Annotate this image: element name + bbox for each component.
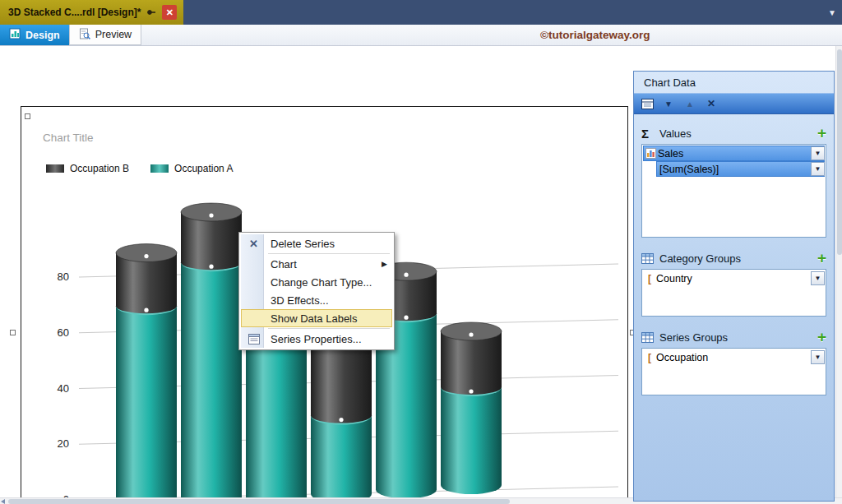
menu-item-label: Show Data Labels (271, 312, 358, 325)
series-properties-icon (243, 330, 265, 348)
svg-text:80: 80 (58, 270, 69, 283)
values-section-header: Σ Values + (641, 124, 826, 142)
tab-preview[interactable]: Preview (69, 25, 141, 45)
legend-swatch-occupation-b (46, 164, 64, 173)
category-groups-label: Category Groups (659, 252, 741, 265)
watermark-text: ©tutorialgateway.org (540, 29, 650, 41)
values-section-label: Values (659, 127, 692, 140)
group-bracket-icon: [ (643, 352, 656, 363)
field-list-icon[interactable] (638, 95, 656, 112)
design-mode-icon (9, 28, 21, 42)
context-menu: ✕ Delete Series Chart ▶ Change Chart Typ… (238, 232, 395, 350)
delete-series-icon: ✕ (243, 234, 265, 252)
cylinder-country-b[interactable] (181, 203, 242, 504)
preview-tab-label: Preview (95, 29, 132, 40)
field-label: Sales (658, 148, 683, 160)
menu-item-show-data-labels[interactable]: Show Data Labels (241, 309, 392, 327)
field-dropdown-icon[interactable]: ▼ (811, 146, 825, 160)
chart-data-body: Σ Values + Sales ▼ [Sum(Sales)] ▼ Catego (634, 114, 834, 501)
horizontal-scrollbar-thumb[interactable] (8, 499, 510, 504)
scroll-left-icon[interactable] (1, 499, 5, 504)
chart-data-panel-title: Chart Data (634, 72, 834, 93)
field-label: Occupation (656, 352, 708, 363)
menu-item-series-properties[interactable]: Series Properties... (241, 330, 392, 348)
field-row-sales[interactable]: Sales ▼ (643, 146, 825, 161)
menu-separator (268, 253, 390, 254)
chart-data-panel: Chart Data ▼ ▲ ✕ Σ Values + Sales ▼ [Sum… (633, 71, 835, 502)
move-down-icon[interactable]: ▼ (659, 95, 678, 112)
svg-text:40: 40 (58, 382, 69, 395)
legend-item-occupation-a: Occupation A (150, 163, 233, 174)
chart-title[interactable]: Chart Title (43, 132, 94, 144)
series-chart-icon (643, 148, 658, 159)
field-row-occupation[interactable]: [ Occupation ▼ (643, 349, 825, 365)
legend-swatch-occupation-a (150, 164, 169, 173)
field-label: [Sum(Sales)] (659, 164, 719, 175)
selection-handle[interactable] (25, 113, 30, 119)
category-groups-list: [ Country ▼ (641, 269, 826, 317)
add-category-group-button[interactable]: + (817, 252, 826, 264)
svg-text:60: 60 (58, 326, 69, 339)
move-up-icon[interactable]: ▲ (681, 95, 699, 112)
legend-item-occupation-b: Occupation B (46, 163, 129, 174)
series-groups-label: Series Groups (659, 331, 728, 344)
window-tab-bar: 3D Stacked C....rdl [Design]* ✕ ▼ (0, 0, 842, 25)
vertical-scrollbar[interactable] (835, 46, 842, 497)
menu-item-label: Delete Series (271, 238, 335, 250)
tab-list-chevron-icon[interactable]: ▼ (828, 8, 836, 17)
sigma-icon: Σ (641, 127, 659, 141)
field-row-sum-sales[interactable]: [Sum(Sales)] ▼ (656, 161, 825, 177)
group-bracket-icon: [ (643, 273, 656, 284)
remove-field-icon[interactable]: ✕ (702, 95, 720, 112)
field-row-country[interactable]: [ Country ▼ (643, 270, 825, 286)
document-tab[interactable]: 3D Stacked C....rdl [Design]* ✕ (0, 0, 183, 25)
menu-item-label: Chart (271, 258, 297, 270)
values-field-list: Sales ▼ [Sum(Sales)] ▼ (641, 144, 826, 238)
menu-item-label: Series Properties... (271, 333, 362, 345)
legend-label-occupation-b: Occupation B (70, 163, 129, 174)
chart-data-toolbar: ▼ ▲ ✕ (634, 93, 834, 114)
menu-item-3d-effects[interactable]: 3D Effects... (241, 291, 392, 309)
cylinder-country-a[interactable] (116, 244, 177, 504)
selection-handle[interactable] (10, 330, 16, 335)
design-tab-label: Design (25, 30, 60, 41)
series-groups-header: Series Groups + (641, 328, 826, 346)
submenu-arrow-icon: ▶ (382, 260, 387, 268)
field-label: Country (656, 273, 692, 284)
field-dropdown-icon[interactable]: ▼ (811, 350, 825, 364)
cylinder-country-f[interactable] (441, 322, 502, 494)
series-groups-list: [ Occupation ▼ (641, 348, 826, 395)
category-table-icon (641, 253, 659, 264)
vertical-scrollbar-thumb[interactable] (837, 49, 842, 255)
category-groups-header: Category Groups + (641, 249, 826, 267)
menu-item-change-chart-type[interactable]: Change Chart Type... (241, 273, 392, 291)
menu-separator (268, 328, 390, 329)
field-dropdown-icon[interactable]: ▼ (811, 162, 825, 176)
add-series-group-button[interactable]: + (817, 331, 826, 343)
menu-item-label: 3D Effects... (271, 294, 329, 307)
svg-text:20: 20 (58, 437, 69, 450)
menu-item-delete-series[interactable]: ✕ Delete Series (241, 234, 392, 252)
y-axis-labels: 020406080 (58, 270, 69, 504)
legend-label-occupation-a: Occupation A (174, 163, 233, 174)
chart-legend[interactable]: Occupation B Occupation A (46, 163, 233, 174)
add-value-button[interactable]: + (817, 127, 826, 139)
field-dropdown-icon[interactable]: ▼ (811, 271, 825, 285)
tab-design[interactable]: Design (0, 25, 69, 45)
series-table-icon (641, 332, 659, 343)
preview-mode-icon (79, 28, 90, 42)
menu-item-chart[interactable]: Chart ▶ (241, 255, 392, 273)
pin-icon[interactable] (146, 7, 156, 17)
document-tab-title: 3D Stacked C....rdl [Design]* (8, 7, 141, 18)
designer-mode-toolbar: Design Preview ©tutorialgateway.org (0, 25, 842, 46)
close-tab-button[interactable]: ✕ (162, 5, 177, 20)
menu-item-label: Change Chart Type... (271, 276, 372, 289)
